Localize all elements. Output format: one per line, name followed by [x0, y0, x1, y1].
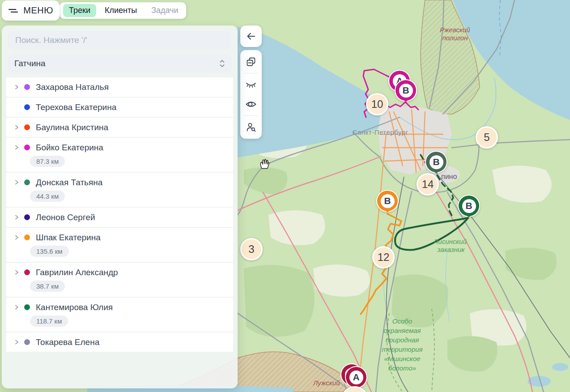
back-button[interactable] — [240, 26, 262, 47]
distance-badge: 44.3 км — [30, 191, 65, 202]
chevron-right-icon[interactable] — [14, 269, 20, 275]
tab-clients[interactable]: Клиенты — [99, 4, 143, 17]
user-search-icon — [246, 122, 256, 132]
pin-end-magenta[interactable]: B — [396, 80, 416, 101]
select-arrows-icon — [219, 59, 225, 68]
hand-cursor — [259, 158, 270, 170]
cluster-count: 10 — [371, 98, 383, 111]
label-saint-petersburg: Санкт-Петербург — [352, 128, 408, 136]
cluster-count: 14 — [422, 178, 434, 191]
chevron-right-icon[interactable] — [14, 179, 20, 185]
list-item[interactable]: Кантемирова Юлия 118.7 км — [6, 298, 233, 332]
cluster-marker[interactable]: 14 — [417, 173, 439, 196]
list-item[interactable]: Донская Татьяна 44.3 км — [6, 173, 233, 207]
chevron-right-icon[interactable] — [14, 339, 20, 345]
distance-badge: 135.6 км — [30, 246, 69, 257]
map-tools — [240, 50, 262, 139]
pin-letter: A — [349, 371, 363, 384]
label-rzhevsky-2: полигон — [442, 34, 468, 42]
show-tracks-button[interactable] — [240, 94, 262, 114]
cluster-count: 5 — [484, 131, 489, 144]
hide-tracks-button[interactable] — [240, 75, 262, 94]
tracks-sidebar: Гатчина Захарова Наталья Терехова Екатер… — [2, 26, 238, 388]
person-name: Бойко Екатерина — [36, 143, 103, 153]
pin-end-orange[interactable]: B — [377, 191, 398, 211]
pin-letter: B — [430, 155, 443, 169]
label-kolpino: пино — [441, 173, 457, 180]
menu-label: МЕНЮ — [23, 5, 53, 16]
distance-badge: 87.3 км — [30, 156, 65, 167]
cluster-marker[interactable]: 10 — [366, 93, 388, 115]
label-mshinskoe-4: территория — [382, 345, 422, 353]
person-name: Леонов Сергей — [36, 213, 95, 222]
person-name: Шпак Екатерина — [36, 233, 101, 243]
eye-open-icon — [245, 99, 257, 110]
chevron-right-icon[interactable] — [14, 124, 20, 130]
track-color-dot — [24, 304, 30, 310]
distance-badge: 118.7 км — [30, 315, 68, 327]
list-item[interactable]: Токарева Елена — [6, 332, 233, 352]
person-name: Токарева Елена — [36, 337, 99, 347]
track-color-dot — [24, 339, 30, 345]
chevron-right-icon[interactable] — [14, 145, 20, 150]
list-item[interactable]: Бойко Екатерина 87.3 км — [6, 138, 233, 172]
distance-badge: 38.7 км — [30, 281, 65, 292]
find-employee-button[interactable] — [240, 117, 262, 137]
eye-closed-icon — [245, 79, 257, 90]
divider — [244, 115, 258, 116]
list-item[interactable]: Баулина Кристина — [6, 118, 233, 137]
pin-end-green[interactable]: B — [459, 196, 479, 216]
hamburger-icon — [8, 6, 18, 16]
track-color-dot — [24, 179, 30, 185]
pin-start-crimson[interactable]: A — [346, 367, 366, 388]
copy-icon — [246, 56, 256, 67]
cluster-marker[interactable]: 3 — [240, 238, 263, 260]
label-rzhevsky-1: Ржевский — [440, 26, 470, 34]
pin-end-teal[interactable]: B — [426, 152, 447, 172]
chevron-right-icon[interactable] — [14, 84, 20, 90]
label-mshinskoe-2: охраняемая — [383, 327, 421, 334]
chevron-right-icon[interactable] — [14, 304, 20, 310]
tab-tasks[interactable]: Задачи — [145, 4, 184, 17]
region-select[interactable]: Гатчина — [8, 55, 231, 72]
employee-list: Захарова Наталья Терехова Екатерина Баул… — [6, 77, 233, 352]
list-item[interactable]: Терехова Екатерина — [6, 98, 233, 117]
list-item[interactable]: Леонов Сергей — [6, 208, 233, 227]
label-mshinskoe-6: болото» — [388, 364, 416, 372]
person-name: Гаврилин Александр — [36, 268, 118, 277]
cluster-count: 12 — [378, 251, 390, 264]
label-mshinskoe-5: «Мшинское — [384, 355, 420, 362]
tab-bar: Треки Клиенты Задачи — [60, 2, 186, 19]
pin-letter: B — [399, 84, 413, 98]
copy-tracks-button[interactable] — [240, 52, 262, 72]
track-color-dot — [24, 145, 30, 150]
track-color-dot — [24, 269, 30, 275]
search-input[interactable] — [8, 31, 231, 49]
cluster-marker[interactable]: 12 — [372, 246, 395, 268]
label-luzhsky: Лужский — [313, 379, 340, 387]
menu-button[interactable]: МЕНЮ — [2, 0, 60, 21]
person-name: Баулина Кристина — [36, 123, 108, 132]
label-lisinsky-1: Лисинский — [433, 238, 467, 245]
person-name: Кантемирова Юлия — [36, 303, 113, 312]
label-lisinsky-2: заказник — [437, 246, 465, 253]
chevron-right-icon[interactable] — [14, 234, 20, 240]
track-color-dot — [24, 84, 30, 90]
track-color-dot — [24, 214, 30, 220]
label-mshinskoe-3: природная — [386, 336, 419, 344]
cluster-marker[interactable]: 5 — [476, 126, 498, 149]
pin-letter: B — [381, 194, 395, 208]
label-mshinskoe-1: Особо — [392, 317, 412, 325]
chevron-right-icon[interactable] — [14, 214, 20, 220]
tab-tracks[interactable]: Треки — [63, 4, 96, 17]
list-item[interactable]: Гаврилин Александр 38.7 км — [6, 263, 233, 297]
back-arrow-icon — [246, 31, 256, 42]
track-color-dot — [24, 104, 30, 110]
cluster-count: 3 — [248, 243, 254, 256]
person-name: Терехова Екатерина — [36, 102, 116, 112]
person-name: Захарова Наталья — [36, 82, 109, 92]
list-item[interactable]: Шпак Екатерина 135.6 км — [6, 228, 233, 262]
list-item[interactable]: Захарова Наталья — [6, 77, 233, 97]
track-color-dot — [24, 124, 30, 130]
track-color-dot — [24, 234, 30, 240]
